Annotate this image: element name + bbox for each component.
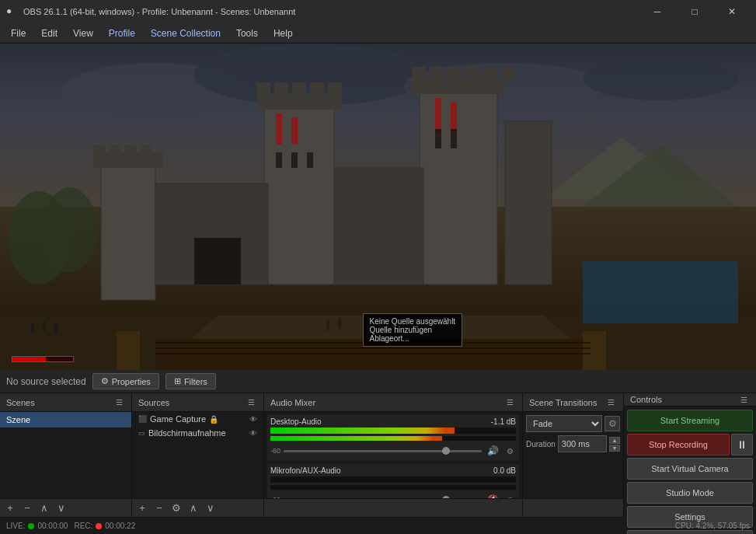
svg-rect-39	[451, 129, 457, 148]
eye-icon-2[interactable]: 👁	[249, 429, 257, 438]
svg-rect-34	[451, 102, 457, 133]
record-row: Stop Recording ⏸	[627, 434, 753, 455]
scenes-list: Szene	[0, 412, 131, 498]
desktop-audio-gear[interactable]: ⚙	[503, 445, 516, 457]
menu-profile[interactable]: Profile	[101, 26, 143, 41]
controls-menu-icon[interactable]: ☰	[737, 393, 750, 406]
audio-channel-desktop: Desktop-Audio -1.1 dB -60 🔊 ⚙	[267, 415, 519, 461]
duration-arrows: ▲ ▼	[609, 437, 620, 452]
pause-recording-button[interactable]: ⏸	[731, 434, 753, 455]
controls-content: Start Streaming Stop Recording ⏸ Start V…	[624, 407, 756, 534]
exit-button[interactable]: Exit	[627, 530, 753, 534]
desktop-audio-meter	[270, 428, 516, 434]
preview-area: Keine Quelle ausgewählt Quelle hinzufüge…	[0, 44, 756, 370]
desktop-audio-label: Desktop-Audio	[270, 417, 322, 426]
menu-file[interactable]: File	[3, 26, 33, 41]
live-status: LIVE: 00:00:00	[6, 522, 68, 530]
tooltip-line1: Keine Quelle ausgewählt	[370, 317, 456, 326]
transitions-menu-icon[interactable]: ☰	[604, 396, 617, 409]
svg-rect-30	[334, 168, 423, 284]
source-item-screen-capture[interactable]: ▭ Bildschirmaufnahme 👁	[132, 426, 263, 440]
move-scene-up-button[interactable]: ∧	[37, 501, 51, 515]
audio-menu-icon[interactable]: ☰	[503, 396, 516, 409]
start-streaming-button[interactable]: Start Streaming	[627, 410, 753, 431]
filters-button[interactable]: ⊞ Filters	[165, 373, 216, 389]
audio-channel-mic: Mikrofon/AUX-Audio 0.0 dB -60 🔇 ⚙	[267, 464, 519, 498]
screen-capture-icon: ▭	[138, 429, 145, 437]
add-scene-button[interactable]: +	[3, 501, 17, 515]
sources-list: ⬛ Game Capture 🔒 👁 ▭ Bildschirmaufnahme …	[132, 412, 263, 498]
transition-gear-button[interactable]: ⚙	[604, 416, 620, 431]
health-fill	[12, 357, 46, 361]
mic-mute-icon[interactable]: 🔇	[485, 492, 500, 498]
svg-point-4	[583, 57, 738, 100]
menu-tools[interactable]: Tools	[228, 26, 266, 41]
audio-header: Audio Mixer ☰	[264, 393, 522, 412]
minimize-button[interactable]: ─	[639, 0, 675, 23]
mic-audio-controls: -60 🔇 ⚙	[270, 492, 516, 498]
live-time: 00:00:00	[37, 522, 68, 530]
svg-rect-32	[291, 117, 298, 145]
move-source-up-button[interactable]: ∧	[186, 501, 200, 515]
maximize-button[interactable]: □	[677, 0, 712, 23]
stop-recording-button[interactable]: Stop Recording	[627, 434, 730, 455]
eye-icon[interactable]: 👁	[249, 415, 257, 424]
live-label: LIVE:	[6, 522, 25, 530]
studio-mode-button[interactable]: Studio Mode	[627, 482, 753, 504]
svg-rect-7	[101, 160, 155, 300]
desktop-volume-slider[interactable]	[284, 450, 482, 452]
mic-volume-thumb	[442, 496, 450, 498]
svg-rect-47	[31, 323, 34, 333]
source-settings-button[interactable]: ⚙	[169, 501, 183, 515]
scene-tooltip: Keine Quelle ausgewählt Quelle hinzufüge…	[363, 313, 463, 347]
scenes-panel: Scenes ☰ Szene + − ∧ ∨	[0, 393, 132, 517]
transitions-panel: Scene Transitions ☰ Fade Cut Swipe ⚙ Dur…	[523, 393, 624, 517]
source-item-game-capture[interactable]: ⬛ Game Capture 🔒 👁	[132, 412, 263, 426]
menu-help[interactable]: Help	[266, 26, 301, 41]
svg-rect-24	[448, 67, 462, 81]
mic-audio-meter	[270, 476, 516, 483]
transition-type-select[interactable]: Fade Cut Swipe	[526, 415, 602, 432]
desktop-speaker-icon[interactable]: 🔊	[485, 443, 500, 459]
move-source-down-button[interactable]: ∨	[204, 501, 218, 515]
svg-rect-18	[310, 82, 324, 96]
duration-input[interactable]	[558, 435, 607, 452]
desktop-audio-meter2	[270, 436, 516, 441]
scene-item[interactable]: Szene	[0, 412, 131, 428]
properties-button[interactable]: ⚙ Properties	[92, 373, 159, 389]
start-virtual-camera-button[interactable]: Start Virtual Camera	[627, 458, 753, 480]
svg-rect-13	[264, 106, 334, 284]
menu-edit[interactable]: Edit	[33, 26, 65, 41]
svg-rect-9	[93, 145, 105, 156]
db-label-left: -60	[270, 447, 280, 455]
svg-rect-48	[43, 322, 46, 331]
close-button[interactable]: ✕	[714, 0, 750, 23]
audio-panel: Audio Mixer ☰ Desktop-Audio -1.1 dB -60	[264, 393, 523, 517]
scenes-header: Scenes ☰	[0, 393, 131, 412]
menu-scene-collection[interactable]: Scene Collection	[143, 26, 228, 41]
controls-header: Controls ☰	[624, 393, 756, 407]
game-capture-icon: ⬛	[138, 415, 147, 423]
remove-scene-button[interactable]: −	[20, 501, 34, 515]
transitions-header: Scene Transitions ☰	[523, 393, 623, 412]
move-scene-down-button[interactable]: ∨	[54, 501, 68, 515]
mic-audio-db: 0.0 dB	[493, 466, 516, 475]
desktop-meter-fill2	[270, 436, 442, 441]
duration-up-button[interactable]: ▲	[609, 437, 620, 444]
svg-rect-15	[256, 82, 270, 96]
remove-source-button[interactable]: −	[152, 501, 166, 515]
rec-status: REC: 00:00:22	[74, 522, 135, 530]
svg-point-46	[43, 187, 97, 273]
svg-rect-36	[291, 152, 298, 168]
menu-view[interactable]: View	[65, 26, 101, 41]
gear-icon: ⚙	[101, 376, 109, 386]
duration-down-button[interactable]: ▼	[609, 445, 620, 452]
rec-time: 00:00:22	[105, 522, 135, 530]
transitions-footer	[523, 498, 623, 517]
rec-dot	[96, 523, 102, 529]
scenes-menu-icon[interactable]: ☰	[113, 396, 125, 409]
add-source-button[interactable]: +	[135, 501, 149, 515]
svg-rect-17	[292, 82, 306, 96]
sources-menu-icon[interactable]: ☰	[245, 396, 257, 409]
source-name-screen: Bildschirmaufnahme	[148, 428, 226, 438]
